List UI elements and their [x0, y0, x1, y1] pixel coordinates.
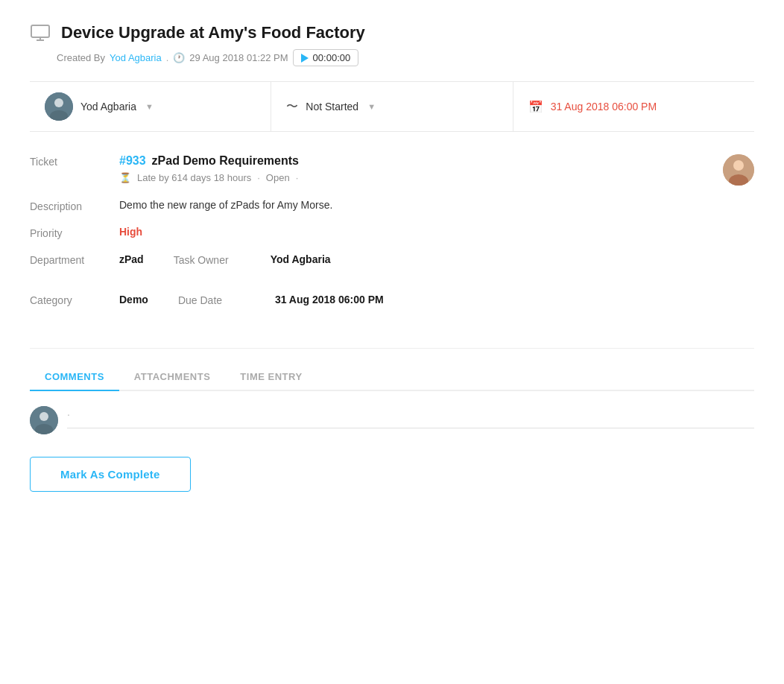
- tab-attachments[interactable]: ATTACHMENTS: [119, 364, 226, 391]
- page-title: Device Upgrade at Amy's Food Factory: [61, 23, 365, 42]
- comment-area: .: [30, 406, 754, 434]
- assignee-name: Yod Agbaria: [80, 101, 136, 113]
- due-date-section[interactable]: 📅 31 Aug 2018 06:00 PM: [513, 82, 754, 131]
- due-date-text: 31 Aug 2018 06:00 PM: [551, 101, 657, 113]
- ticket-title-line: #933 zPad Demo Requirements: [119, 154, 723, 168]
- avatar-initials: [45, 92, 73, 121]
- assignee-section[interactable]: Yod Agbaria ▼: [30, 82, 271, 131]
- task-owner-label: Task Owner: [174, 253, 263, 266]
- clock-icon: 🕐: [173, 52, 185, 63]
- assignee-chevron-icon: ▼: [145, 102, 154, 111]
- priority-value: High: [119, 226, 754, 238]
- mark-complete-button[interactable]: Mark As Complete: [30, 457, 191, 492]
- monitor-icon: [30, 22, 51, 43]
- created-by-label: Created By: [57, 52, 105, 63]
- status-section[interactable]: 〜 Not Started ▼: [271, 82, 513, 131]
- department-content: zPad Task Owner Yod Agbaria: [119, 253, 754, 279]
- category-value: Demo: [119, 294, 148, 305]
- task-owner-value: Yod Agbaria: [271, 253, 331, 265]
- details-section: Ticket #933 zPad Demo Requirements ⏳ Lat…: [30, 154, 754, 349]
- late-text: Late by 614 days 18 hours: [137, 172, 251, 183]
- description-value: Demo the new range of zPads for Amy Mors…: [119, 199, 754, 211]
- description-row: Description Demo the new range of zPads …: [30, 199, 754, 212]
- page-container: Device Upgrade at Amy's Food Factory Cre…: [0, 0, 784, 684]
- assignee-avatar: [45, 92, 73, 121]
- ticket-label: Ticket: [30, 154, 119, 168]
- ticket-open-status: Open: [266, 172, 290, 183]
- header-meta: Created By Yod Agbaria . 🕐 29 Aug 2018 0…: [57, 49, 754, 66]
- category-label: Category: [30, 293, 119, 306]
- category-detail-row: Demo Due Date 31 Aug 2018 06:00 PM: [119, 293, 754, 306]
- comment-input[interactable]: .: [67, 406, 754, 428]
- trend-icon: 〜: [286, 99, 298, 115]
- created-date: 29 Aug 2018 01:22 PM: [189, 52, 288, 63]
- tab-time-entry[interactable]: TIME ENTRY: [225, 364, 317, 391]
- department-value: zPad: [119, 253, 144, 265]
- department-label: Department: [30, 253, 119, 266]
- timer-value: 00:00:00: [313, 52, 351, 63]
- category-row: Category Demo Due Date 31 Aug 2018 06:00…: [30, 293, 754, 320]
- svg-point-7: [733, 160, 744, 171]
- svg-point-10: [39, 412, 48, 421]
- tab-comments[interactable]: COMMENTS: [30, 364, 119, 391]
- priority-label: Priority: [30, 226, 119, 239]
- ticket-row: Ticket #933 zPad Demo Requirements ⏳ Lat…: [30, 154, 754, 186]
- calendar-icon: 📅: [528, 100, 543, 114]
- priority-high-text: High: [119, 226, 142, 238]
- category-content: Demo Due Date 31 Aug 2018 06:00 PM: [119, 293, 754, 320]
- ticket-meta: ⏳ Late by 614 days 18 hours · Open ·: [119, 172, 723, 183]
- ticket-content: #933 zPad Demo Requirements ⏳ Late by 61…: [119, 154, 723, 183]
- due-date-group: Due Date 31 Aug 2018 06:00 PM: [178, 293, 384, 306]
- dot-sep: .: [166, 52, 169, 63]
- description-label: Description: [30, 199, 119, 212]
- ticket-name: zPad Demo Requirements: [152, 154, 299, 168]
- comment-user-avatar: [30, 406, 58, 434]
- due-date-label: Due Date: [178, 293, 268, 306]
- svg-rect-0: [31, 25, 49, 37]
- task-owner-group: Task Owner Yod Agbaria: [174, 253, 331, 266]
- tabs-bar: COMMENTS ATTACHMENTS TIME ENTRY: [30, 364, 754, 391]
- status-chevron-icon: ▼: [367, 102, 376, 111]
- tabs-section: COMMENTS ATTACHMENTS TIME ENTRY .: [30, 364, 754, 434]
- header-top: Device Upgrade at Amy's Food Factory: [30, 22, 754, 43]
- due-date-value: 31 Aug 2018 06:00 PM: [275, 294, 384, 305]
- department-detail-row: zPad Task Owner Yod Agbaria: [119, 253, 754, 266]
- status-text: Not Started: [306, 101, 358, 113]
- comment-placeholder: .: [67, 406, 70, 418]
- created-by-link[interactable]: Yod Agbaria: [110, 52, 162, 63]
- svg-point-4: [54, 98, 63, 107]
- department-row: Department zPad Task Owner Yod Agbaria: [30, 253, 754, 279]
- ticket-assignee-avatar: [723, 154, 754, 186]
- ticket-number[interactable]: #933: [119, 154, 146, 168]
- play-icon: [301, 54, 309, 63]
- priority-row: Priority High: [30, 226, 754, 239]
- timer-button[interactable]: 00:00:00: [293, 49, 359, 66]
- status-bar: Yod Agbaria ▼ 〜 Not Started ▼ 📅 31 Aug 2…: [30, 81, 754, 132]
- late-icon: ⏳: [119, 172, 131, 183]
